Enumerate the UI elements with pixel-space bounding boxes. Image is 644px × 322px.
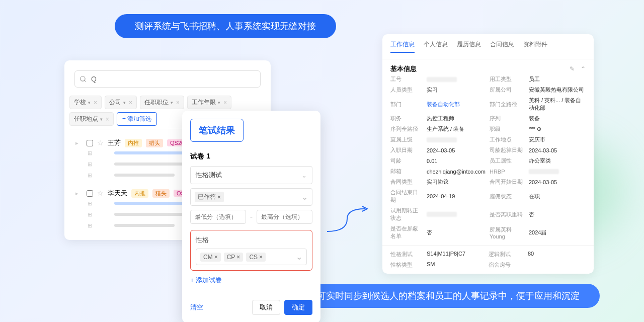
field-label: 人员类型	[390, 86, 423, 94]
field-value	[427, 212, 486, 217]
field-label: 用工类型	[490, 75, 525, 83]
field-label: HRBP	[490, 169, 525, 175]
field-value: 2024-03-05	[427, 147, 486, 153]
field-value: 否	[427, 229, 486, 236]
field-value	[427, 77, 486, 82]
svg-point-0	[80, 76, 85, 81]
field-label: 性格测试	[390, 251, 423, 258]
trait-select[interactable]: CM ×CP ×CS ×⌄	[196, 249, 307, 265]
field-label: 序列	[490, 115, 525, 122]
min-score-input[interactable]	[190, 210, 246, 224]
field-label: 邮箱	[390, 168, 423, 175]
hr-tab[interactable]: 个人信息	[424, 40, 448, 53]
test-type-select[interactable]: 性格测试⌄	[190, 166, 312, 184]
hr-tab[interactable]: 工作信息	[390, 40, 415, 53]
confirm-button[interactable]: 确定	[284, 300, 312, 315]
field-value: 安徽英毅热电有限公司	[529, 86, 586, 94]
field-label: 是否在屏蔽名单	[390, 225, 423, 240]
exam-result-panel: 笔试结果 试卷 1 性格测试⌄ 已作答×⌄ - 性格 CM ×CP ×CS ×⌄…	[182, 111, 320, 322]
trait-tag[interactable]: CP ×	[224, 253, 244, 262]
field-value: *** ⊕	[529, 126, 586, 132]
max-score-input[interactable]	[257, 210, 312, 224]
arrow-connector	[325, 206, 370, 236]
field-value: 80	[528, 251, 586, 258]
field-value: 装备	[529, 115, 586, 122]
field-label: 是否离职重聘	[490, 211, 525, 218]
field-value: 否	[529, 211, 586, 218]
field-label: 职级	[490, 125, 525, 133]
search-input[interactable]	[74, 70, 261, 88]
hr-tab[interactable]: 履历信息	[457, 40, 481, 53]
field-value: 员工	[529, 75, 586, 83]
field-value: 2024届	[529, 229, 586, 236]
field-label: 员工属性	[490, 157, 525, 165]
search-icon	[79, 75, 87, 83]
field-value: 生产系统 / 装备	[427, 125, 486, 133]
field-value	[528, 261, 586, 269]
edit-icon[interactable]: ✎	[570, 65, 575, 72]
field-label: 部门	[390, 101, 423, 108]
field-label: 所属英科Young	[490, 226, 525, 239]
hr-info-panel: 工作信息个人信息履历信息合同信息资料附件 基本信息 ✎ ⌃ 工号用工类型员工人员…	[382, 34, 594, 274]
field-label: 合同类型	[390, 178, 423, 186]
trait-tag[interactable]: CS ×	[246, 253, 266, 262]
trait-highlight-box: 性格 CM ×CP ×CS ×⌄	[190, 230, 312, 271]
field-label: 合同开始日期	[490, 178, 525, 186]
field-label: 司龄起算日期	[490, 146, 525, 154]
filter-chip[interactable]: 学校▾×	[69, 96, 102, 109]
field-label: 部门全路径	[490, 101, 525, 108]
field-value: 2024-03-05	[529, 179, 586, 185]
section-title: 基本信息	[390, 64, 417, 73]
hr-tab[interactable]: 合同信息	[490, 40, 514, 53]
field-label: 工号	[390, 75, 423, 83]
field-value: 办公室类	[529, 157, 586, 165]
field-label: 司龄	[390, 157, 423, 165]
candidate-checkbox[interactable]	[87, 190, 93, 197]
add-filter-button[interactable]: + 添加筛选	[117, 112, 157, 126]
field-label: 序列全路径	[390, 125, 423, 133]
field-value: chezhiqiang@intco.com	[427, 169, 486, 175]
filter-chip[interactable]: 工作年限▾×	[187, 96, 231, 109]
paper-label: 试卷 1	[190, 152, 312, 161]
hr-tab[interactable]: 资料附件	[523, 40, 547, 53]
field-value: SM	[427, 261, 485, 269]
field-value: 在职	[529, 193, 586, 200]
field-value: 实习协议	[427, 178, 486, 186]
trait-tag[interactable]: CM ×	[200, 253, 221, 262]
field-value: 2024-04-19	[427, 193, 486, 199]
field-value: 安庆市	[529, 136, 586, 143]
field-value	[529, 169, 586, 174]
star-icon[interactable]: ☆	[97, 139, 104, 147]
field-label: 雇佣状态	[490, 193, 525, 200]
field-value: 2024-03-05	[529, 147, 586, 153]
field-label: 逻辑测试	[489, 251, 524, 258]
field-value: 英科 / 英科... / 装备自动化部	[529, 97, 586, 112]
headline-pill-top: 测评系统与飞书招聘、人事系统实现无缝对接	[115, 14, 336, 38]
field-value: 0.01	[427, 158, 486, 164]
field-label: 工作地点	[490, 136, 525, 143]
field-label: 所属公司	[490, 86, 525, 94]
field-value: 实习	[427, 86, 486, 94]
field-label: 入职日期	[390, 146, 423, 154]
field-label: 宿舍房号	[489, 261, 524, 269]
svg-line-1	[85, 80, 86, 82]
cancel-button[interactable]: 取消	[252, 300, 280, 315]
add-paper-link[interactable]: + 添加试卷	[190, 276, 312, 285]
filter-chip[interactable]: 任职职位▾×	[140, 96, 184, 109]
field-value: 装备自动化部	[427, 101, 486, 108]
field-label: 性格类型	[390, 261, 423, 269]
field-label: 职务	[390, 115, 423, 122]
field-value: S14|M11|P8|C7	[427, 251, 485, 258]
field-label: 直属上级	[390, 136, 423, 143]
answer-status[interactable]: 已作答×⌄	[190, 188, 312, 206]
candidate-checkbox[interactable]	[87, 140, 93, 146]
field-label: 试用期转正状态	[390, 207, 423, 222]
collapse-icon[interactable]: ⌃	[581, 65, 586, 72]
exam-title: 笔试结果	[190, 119, 244, 142]
field-label: 合同结束日期	[390, 189, 423, 204]
star-icon[interactable]: ☆	[97, 189, 104, 197]
clear-button[interactable]: 清空	[190, 303, 203, 312]
filter-chip[interactable]: 任职地点▾×	[69, 112, 114, 126]
field-value: 热控工程师	[427, 115, 486, 122]
filter-chip[interactable]: 公司▾×	[105, 96, 137, 109]
